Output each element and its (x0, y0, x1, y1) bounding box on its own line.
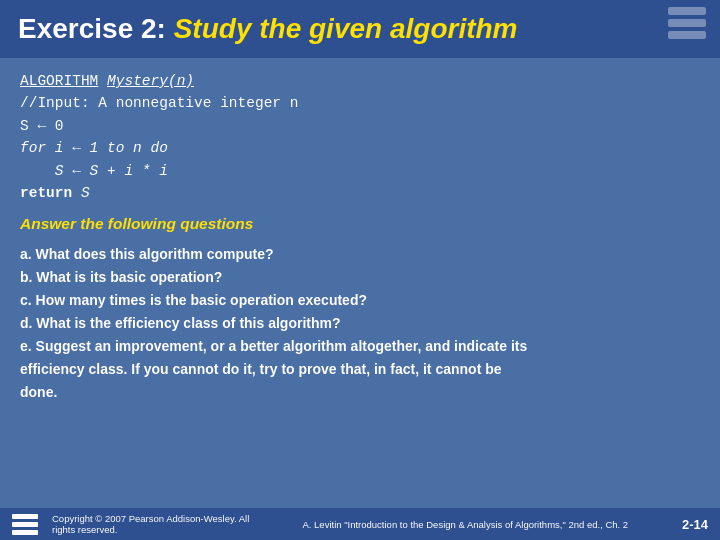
algo-for: for i ← 1 to n do (20, 140, 168, 156)
deco-stripe-3 (668, 31, 706, 39)
footer-page: 2-14 (682, 517, 708, 532)
algorithm-block: ALGORITHM Mystery(n) //Input: A nonnegat… (20, 70, 700, 205)
slide: Exercise 2: Study the given algorithm AL… (0, 0, 720, 540)
algo-body: S ← S + i * i (55, 163, 168, 179)
footer-logo-line-1 (12, 514, 38, 519)
footer-logo-line-3 (12, 530, 38, 535)
algo-return: return (20, 185, 72, 201)
algo-line4: for i ← 1 to n do (20, 137, 700, 159)
question-a: a. What does this algorithm compute? (20, 243, 700, 266)
slide-title: Exercise 2: Study the given algorithm (18, 13, 517, 45)
question-e-line1: e. Suggest an improvement, or a better a… (20, 335, 700, 358)
question-c: c. How many times is the basic operation… (20, 289, 700, 312)
algo-algorithm-label: ALGORITHM (20, 73, 98, 89)
question-e-line2: efficiency class. If you cannot do it, t… (20, 358, 700, 381)
main-content: ALGORITHM Mystery(n) //Input: A nonnegat… (0, 58, 720, 508)
question-b: b. What is its basic operation? (20, 266, 700, 289)
deco-stripe-1 (668, 7, 706, 15)
algo-mystery: Mystery(n) (107, 73, 194, 89)
footer: Copyright © 2007 Pearson Addison-Wesley.… (0, 508, 720, 540)
title-bar: Exercise 2: Study the given algorithm (0, 0, 720, 58)
footer-copyright: Copyright © 2007 Pearson Addison-Wesley.… (52, 513, 259, 535)
algo-line2: //Input: A nonnegative integer n (20, 92, 700, 114)
title-prefix: Exercise 2: (18, 13, 174, 44)
footer-logo-line-2 (12, 522, 38, 527)
algo-line1: ALGORITHM Mystery(n) (20, 70, 700, 92)
algo-line3: S ← 0 (20, 115, 700, 137)
deco-stripe-2 (668, 19, 706, 27)
answer-heading: Answer the following questions (20, 215, 700, 233)
title-highlight: Study the given algorithm (174, 13, 518, 44)
footer-logo (12, 514, 38, 535)
footer-reference: A. Levitin "Introduction to the Design &… (259, 519, 672, 530)
question-e-line3: done. (20, 381, 700, 404)
algo-return-s: S (81, 185, 90, 201)
deco-stripes (668, 7, 706, 39)
questions-block: a. What does this algorithm compute? b. … (20, 243, 700, 405)
question-d: d. What is the efficiency class of this … (20, 312, 700, 335)
algo-line6: return S (20, 182, 700, 204)
algo-line5: S ← S + i * i (20, 160, 700, 182)
